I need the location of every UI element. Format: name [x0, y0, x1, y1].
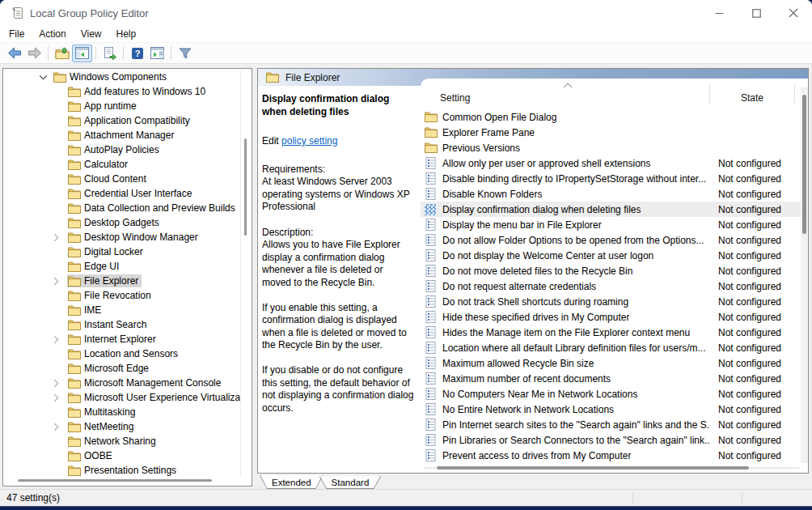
settings-row[interactable]: No Entire Network in Network LocationsNo… [421, 402, 801, 417]
chevron-down-icon[interactable] [39, 72, 53, 82]
list-vscroll-track[interactable] [801, 87, 808, 463]
settings-row[interactable]: No Computers Near Me in Network Location… [421, 386, 801, 402]
tree-item[interactable]: Instant Search [3, 317, 240, 332]
tree-item[interactable]: Edge UI [3, 259, 240, 274]
list-vscroll-thumb[interactable] [802, 95, 806, 234]
tree-item[interactable]: Microsoft Edge [3, 361, 240, 376]
chevron-spacer [53, 203, 67, 213]
chevron-right-icon[interactable] [53, 378, 67, 388]
tree-item[interactable]: Add features to Windows 10 [3, 84, 240, 99]
show-action-pane-button[interactable] [147, 45, 167, 62]
settings-row[interactable]: Pin Internet search sites to the "Search… [421, 417, 801, 432]
tree-item[interactable]: Internet Explorer [3, 332, 240, 346]
menu-view[interactable]: View [74, 27, 109, 41]
column-divider[interactable] [709, 84, 710, 103]
tree-item[interactable]: Windows Components [3, 70, 240, 84]
toolbar-separator [171, 46, 171, 60]
column-header-state[interactable]: State [741, 92, 763, 104]
tree-item[interactable]: NetMeeting [3, 419, 240, 434]
close-button[interactable] [775, 0, 812, 26]
tree-item-label: Add features to Windows 10 [84, 86, 205, 97]
back-arrow-icon [7, 47, 22, 59]
tree-item-label: OOBE [84, 450, 112, 461]
tree-item[interactable]: Presentation Settings [3, 463, 240, 476]
tree-item[interactable]: Cloud Content [3, 172, 240, 186]
up-one-level-button[interactable] [52, 45, 72, 62]
settings-row[interactable]: Do not request alternate credentialsNot … [421, 278, 801, 294]
chevron-right-icon[interactable] [53, 232, 67, 242]
settings-row[interactable]: Display confirmation dialog when deletin… [421, 202, 801, 217]
settings-row[interactable]: Explorer Frame Pane [421, 125, 801, 140]
chevron-right-icon[interactable] [53, 334, 67, 344]
tree-item-label: Network Sharing [84, 436, 156, 447]
settings-row[interactable]: Maximum allowed Recycle Bin sizeNot conf… [421, 355, 801, 371]
tree-item[interactable]: Microsoft Management Console [3, 376, 240, 390]
settings-row[interactable]: Do not move deleted files to the Recycle… [421, 263, 801, 278]
settings-row[interactable]: Display the menu bar in File ExplorerNot… [421, 217, 801, 232]
settings-row[interactable]: Disable binding directly to IPropertySet… [421, 171, 801, 186]
tree-item[interactable]: Network Sharing [3, 434, 240, 448]
tree-item[interactable]: Calculator [3, 157, 240, 172]
tree-vscroll-thumb[interactable] [244, 138, 247, 236]
settings-row[interactable]: Do not display the Welcome Center at use… [421, 248, 801, 263]
settings-row[interactable]: Location where all default Library defin… [421, 340, 801, 355]
export-list-button[interactable] [99, 45, 120, 62]
folder-icon [266, 72, 279, 83]
tree-item[interactable]: OOBE [3, 448, 240, 463]
tab-standard[interactable]: Standard [319, 476, 382, 489]
setting-state: Not configured [718, 235, 781, 246]
menu-action[interactable]: Action [32, 27, 73, 41]
minimize-button[interactable] [700, 0, 738, 26]
column-divider[interactable] [794, 84, 795, 103]
tree-hscroll-thumb[interactable] [18, 479, 212, 482]
show-console-tree-button[interactable] [72, 45, 92, 62]
tree-item[interactable]: Location and Sensors [3, 346, 240, 361]
chevron-right-icon[interactable] [53, 422, 67, 431]
settings-row[interactable]: Common Open File Dialog [421, 109, 801, 125]
settings-row[interactable]: Hide these specified drives in My Comput… [421, 309, 801, 325]
settings-row[interactable]: Pin Libraries or Search Connectors to th… [421, 432, 801, 448]
settings-row[interactable]: Prevent access to drives from My Compute… [421, 448, 801, 463]
settings-row[interactable]: Maximum number of recent documentsNot co… [421, 371, 801, 386]
tree-item[interactable]: Multitasking [3, 405, 240, 419]
tree-item[interactable]: Microsoft User Experience Virtualizat [3, 390, 240, 405]
chevron-right-icon[interactable] [53, 393, 67, 402]
tree-item[interactable]: IME [3, 303, 240, 317]
tree-item-label: IME [84, 304, 101, 316]
chevron-right-icon[interactable] [53, 276, 67, 286]
menu-help[interactable]: Help [109, 27, 144, 41]
forward-button[interactable] [24, 45, 44, 62]
tree-item[interactable]: Application Compatibility [3, 113, 240, 128]
settings-row[interactable]: Allow only per user or approved shell ex… [421, 155, 801, 171]
settings-row[interactable]: Do not track Shell shortcuts during roam… [421, 294, 801, 309]
list-hscroll[interactable] [424, 466, 800, 470]
tree-item[interactable]: App runtime [3, 99, 240, 113]
list-hscroll-thumb[interactable] [437, 466, 749, 470]
column-header-setting[interactable]: Setting [440, 92, 470, 104]
folder-icon [68, 218, 81, 228]
filter-button[interactable] [175, 45, 195, 62]
policy-setting-icon [425, 403, 438, 415]
tab-extended[interactable]: Extended [260, 475, 324, 489]
policy-setting-icon [425, 326, 438, 338]
tree-item[interactable]: Desktop Window Manager [3, 230, 240, 244]
tree-item[interactable]: File Explorer [3, 274, 240, 288]
tree-item[interactable]: Desktop Gadgets [3, 215, 240, 230]
settings-row[interactable]: Previous Versions [421, 140, 801, 155]
settings-row[interactable]: Hides the Manage item on the File Explor… [421, 325, 801, 340]
tree-item-label: Edge UI [84, 261, 119, 272]
tree-item[interactable]: Credential User Interface [3, 186, 240, 201]
tree-item[interactable]: Attachment Manager [3, 128, 240, 142]
tree-item[interactable]: AutoPlay Policies [3, 142, 240, 157]
menu-file[interactable]: File [2, 27, 32, 41]
maximize-button[interactable] [738, 0, 775, 26]
help-button[interactable]: ? [127, 45, 147, 62]
edit-policy-setting-link[interactable]: policy setting [281, 135, 337, 147]
back-button[interactable] [4, 45, 24, 62]
settings-row[interactable]: Do not allow Folder Options to be opened… [421, 232, 801, 248]
tree-item[interactable]: File Revocation [3, 288, 240, 303]
tree-item[interactable]: Digital Locker [3, 244, 240, 259]
settings-row[interactable]: Disable Known FoldersNot configured [421, 186, 801, 202]
tree-item-label: Microsoft User Experience Virtualizat [84, 392, 240, 403]
tree-item[interactable]: Data Collection and Preview Builds [3, 201, 240, 215]
